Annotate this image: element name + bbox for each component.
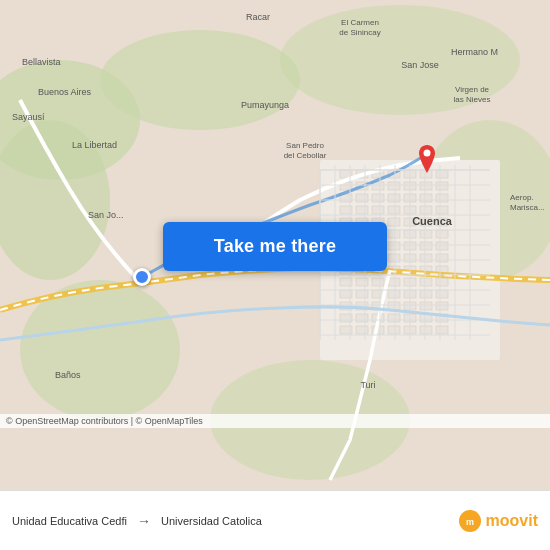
svg-rect-40 (388, 218, 400, 226)
svg-text:Aerop.: Aerop. (510, 193, 534, 202)
svg-rect-61 (388, 254, 400, 262)
svg-text:Buenos Aires: Buenos Aires (38, 87, 92, 97)
svg-rect-78 (436, 278, 448, 286)
moovit-logo: m moovit (458, 509, 538, 533)
svg-text:San Jose: San Jose (401, 60, 439, 70)
svg-rect-31 (356, 206, 368, 214)
svg-rect-85 (436, 290, 448, 298)
svg-text:Cuenca: Cuenca (412, 215, 453, 227)
bottom-bar: Unidad Educativa Cedfi → Universidad Cat… (0, 490, 550, 550)
svg-point-150 (424, 150, 431, 157)
svg-text:Bellavista: Bellavista (22, 57, 61, 67)
svg-text:La Libertad: La Libertad (72, 140, 117, 150)
copyright-text: © OpenStreetMap contributors | © OpenMap… (6, 416, 203, 426)
svg-rect-26 (388, 194, 400, 202)
svg-rect-32 (372, 206, 384, 214)
svg-rect-49 (420, 230, 432, 238)
svg-text:Virgen de: Virgen de (455, 85, 490, 94)
svg-rect-82 (388, 290, 400, 298)
svg-rect-106 (436, 326, 448, 334)
copyright-bar: © OpenStreetMap contributors | © OpenMap… (0, 414, 550, 428)
svg-rect-33 (388, 206, 400, 214)
svg-rect-28 (420, 194, 432, 202)
svg-text:El Carmen: El Carmen (341, 18, 379, 27)
svg-rect-94 (356, 314, 368, 322)
svg-rect-96 (388, 314, 400, 322)
svg-rect-47 (388, 230, 400, 238)
svg-text:de Sinincay: de Sinincay (339, 28, 380, 37)
svg-text:San Jo...: San Jo... (88, 210, 124, 220)
svg-rect-50 (436, 230, 448, 238)
svg-rect-75 (388, 278, 400, 286)
svg-rect-80 (356, 290, 368, 298)
moovit-text: moovit (486, 512, 538, 530)
svg-rect-77 (420, 278, 432, 286)
svg-point-2 (100, 30, 300, 130)
svg-rect-36 (436, 206, 448, 214)
svg-rect-29 (436, 194, 448, 202)
destination-pin (415, 145, 439, 177)
svg-text:San Pedro: San Pedro (286, 141, 324, 150)
svg-text:Sayausí: Sayausí (12, 112, 45, 122)
moovit-logo-icon: m (458, 509, 482, 533)
origin-dot (133, 268, 151, 286)
svg-rect-56 (420, 242, 432, 250)
svg-text:Marisca...: Marisca... (510, 203, 545, 212)
svg-text:del Cebollar: del Cebollar (284, 151, 327, 160)
svg-rect-57 (436, 242, 448, 250)
svg-rect-84 (420, 290, 432, 298)
svg-rect-92 (436, 302, 448, 310)
take-me-there-button[interactable]: Take me there (163, 222, 387, 271)
arrow-icon: → (137, 513, 151, 529)
svg-rect-74 (372, 278, 384, 286)
svg-rect-103 (388, 326, 400, 334)
svg-text:las Nieves: las Nieves (454, 95, 491, 104)
svg-text:Hermano M: Hermano M (451, 47, 498, 57)
route-info: Unidad Educativa Cedfi → Universidad Cat… (12, 513, 458, 529)
svg-rect-19 (388, 182, 400, 190)
svg-text:Pumayunga: Pumayunga (241, 100, 289, 110)
svg-rect-24 (356, 194, 368, 202)
svg-rect-22 (436, 182, 448, 190)
origin-label: Unidad Educativa Cedfi (12, 515, 127, 527)
svg-text:m: m (466, 517, 474, 527)
map-container: Racar El Carmen de Sinincay Bellavista S… (0, 0, 550, 490)
svg-rect-21 (420, 182, 432, 190)
svg-rect-101 (356, 326, 368, 334)
svg-text:Racar: Racar (246, 12, 270, 22)
svg-rect-64 (436, 254, 448, 262)
svg-rect-91 (420, 302, 432, 310)
svg-rect-73 (356, 278, 368, 286)
svg-rect-54 (388, 242, 400, 250)
svg-rect-35 (420, 206, 432, 214)
destination-label: Universidad Catolica (161, 515, 262, 527)
svg-rect-63 (420, 254, 432, 262)
svg-rect-25 (372, 194, 384, 202)
svg-text:Baños: Baños (55, 370, 81, 380)
svg-text:Turi: Turi (360, 380, 375, 390)
svg-rect-105 (420, 326, 432, 334)
